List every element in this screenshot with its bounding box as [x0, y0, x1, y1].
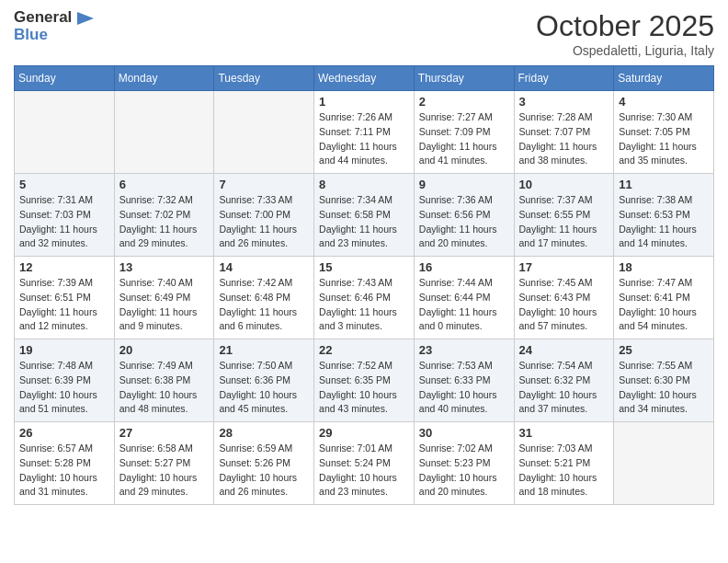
- calendar-table: SundayMondayTuesdayWednesdayThursdayFrid…: [14, 65, 714, 505]
- day-number: 1: [319, 95, 409, 109]
- calendar-day-cell: 17Sunrise: 7:45 AMSunset: 6:43 PMDayligh…: [514, 257, 614, 339]
- day-info: Sunrise: 7:50 AMSunset: 6:36 PMDaylight:…: [219, 359, 309, 417]
- day-info: Sunrise: 7:52 AMSunset: 6:35 PMDaylight:…: [319, 359, 409, 417]
- day-number: 8: [319, 178, 409, 191]
- calendar-day-cell: [15, 91, 115, 174]
- day-header-friday: Friday: [514, 66, 614, 91]
- logo-text: General Blue: [14, 9, 94, 43]
- calendar-day-cell: 26Sunrise: 6:57 AMSunset: 5:28 PMDayligh…: [15, 422, 115, 505]
- day-number: 29: [319, 426, 409, 440]
- day-header-thursday: Thursday: [414, 66, 514, 91]
- day-header-saturday: Saturday: [614, 66, 714, 91]
- page-header: General Blue October 2025 Ospedaletti, L…: [14, 9, 714, 58]
- title-area: October 2025 Ospedaletti, Liguria, Italy: [536, 9, 714, 58]
- day-info: Sunrise: 7:26 AMSunset: 7:11 PMDaylight:…: [319, 110, 409, 168]
- day-number: 13: [119, 260, 210, 274]
- calendar-day-cell: 22Sunrise: 7:52 AMSunset: 6:35 PMDayligh…: [314, 339, 415, 422]
- day-number: 22: [319, 343, 409, 357]
- day-info: Sunrise: 7:38 AMSunset: 6:53 PMDaylight:…: [619, 193, 709, 251]
- day-info: Sunrise: 7:53 AMSunset: 6:33 PMDaylight:…: [419, 359, 509, 417]
- day-info: Sunrise: 7:42 AMSunset: 6:48 PMDaylight:…: [219, 276, 309, 334]
- calendar-day-cell: 16Sunrise: 7:44 AMSunset: 6:44 PMDayligh…: [414, 257, 514, 339]
- day-number: 18: [619, 260, 709, 274]
- day-info: Sunrise: 7:45 AMSunset: 6:43 PMDaylight:…: [519, 276, 609, 334]
- day-info: Sunrise: 7:28 AMSunset: 7:07 PMDaylight:…: [519, 110, 609, 168]
- day-number: 16: [419, 260, 509, 274]
- calendar-day-cell: 23Sunrise: 7:53 AMSunset: 6:33 PMDayligh…: [414, 339, 514, 422]
- calendar-day-cell: [614, 422, 714, 505]
- day-number: 9: [419, 178, 509, 191]
- calendar-day-cell: [214, 91, 314, 174]
- calendar-day-cell: 8Sunrise: 7:34 AMSunset: 6:58 PMDaylight…: [314, 174, 415, 257]
- day-info: Sunrise: 7:33 AMSunset: 7:00 PMDaylight:…: [219, 193, 309, 251]
- calendar-day-cell: 5Sunrise: 7:31 AMSunset: 7:03 PMDaylight…: [15, 174, 115, 257]
- calendar-week-row: 1Sunrise: 7:26 AMSunset: 7:11 PMDaylight…: [15, 91, 714, 174]
- svg-marker-0: [77, 12, 94, 25]
- calendar-day-cell: 14Sunrise: 7:42 AMSunset: 6:48 PMDayligh…: [214, 257, 314, 339]
- day-number: 25: [619, 343, 709, 357]
- day-number: 5: [19, 178, 109, 191]
- day-info: Sunrise: 7:34 AMSunset: 6:58 PMDaylight:…: [319, 193, 409, 251]
- day-number: 4: [619, 95, 709, 109]
- day-info: Sunrise: 7:32 AMSunset: 7:02 PMDaylight:…: [119, 193, 210, 251]
- calendar-day-cell: 9Sunrise: 7:36 AMSunset: 6:56 PMDaylight…: [414, 174, 514, 257]
- calendar-week-row: 19Sunrise: 7:48 AMSunset: 6:39 PMDayligh…: [15, 339, 714, 422]
- day-number: 10: [519, 178, 609, 191]
- day-number: 24: [519, 343, 609, 357]
- day-number: 31: [519, 426, 609, 440]
- day-info: Sunrise: 7:39 AMSunset: 6:51 PMDaylight:…: [19, 276, 109, 334]
- calendar-day-cell: 11Sunrise: 7:38 AMSunset: 6:53 PMDayligh…: [614, 174, 714, 257]
- day-info: Sunrise: 7:37 AMSunset: 6:55 PMDaylight:…: [519, 193, 609, 251]
- day-info: Sunrise: 7:55 AMSunset: 6:30 PMDaylight:…: [619, 359, 709, 417]
- calendar-day-cell: [114, 91, 214, 174]
- calendar-day-cell: 28Sunrise: 6:59 AMSunset: 5:26 PMDayligh…: [214, 422, 314, 505]
- day-info: Sunrise: 7:27 AMSunset: 7:09 PMDaylight:…: [419, 110, 509, 168]
- calendar-day-cell: 19Sunrise: 7:48 AMSunset: 6:39 PMDayligh…: [15, 339, 115, 422]
- month-title: October 2025: [536, 9, 714, 43]
- day-info: Sunrise: 7:31 AMSunset: 7:03 PMDaylight:…: [19, 193, 109, 251]
- day-info: Sunrise: 7:43 AMSunset: 6:46 PMDaylight:…: [319, 276, 409, 334]
- day-number: 21: [219, 343, 309, 357]
- day-number: 6: [119, 178, 210, 191]
- location-title: Ospedaletti, Liguria, Italy: [536, 43, 714, 58]
- calendar-day-cell: 1Sunrise: 7:26 AMSunset: 7:11 PMDaylight…: [314, 91, 415, 174]
- day-info: Sunrise: 7:40 AMSunset: 6:49 PMDaylight:…: [119, 276, 210, 334]
- day-number: 30: [419, 426, 509, 440]
- calendar-day-cell: 27Sunrise: 6:58 AMSunset: 5:27 PMDayligh…: [114, 422, 214, 505]
- day-header-monday: Monday: [114, 66, 214, 91]
- day-number: 2: [419, 95, 509, 109]
- calendar-week-row: 5Sunrise: 7:31 AMSunset: 7:03 PMDaylight…: [15, 174, 714, 257]
- day-number: 20: [119, 343, 210, 357]
- calendar-day-cell: 15Sunrise: 7:43 AMSunset: 6:46 PMDayligh…: [314, 257, 415, 339]
- day-header-tuesday: Tuesday: [214, 66, 314, 91]
- logo-chevron-icon: [77, 12, 94, 25]
- calendar-week-row: 26Sunrise: 6:57 AMSunset: 5:28 PMDayligh…: [15, 422, 714, 505]
- day-number: 3: [519, 95, 609, 109]
- day-number: 12: [19, 260, 109, 274]
- calendar-day-cell: 20Sunrise: 7:49 AMSunset: 6:38 PMDayligh…: [114, 339, 214, 422]
- day-number: 27: [119, 426, 210, 440]
- calendar-header-row: SundayMondayTuesdayWednesdayThursdayFrid…: [15, 66, 714, 91]
- day-number: 15: [319, 260, 409, 274]
- calendar-week-row: 12Sunrise: 7:39 AMSunset: 6:51 PMDayligh…: [15, 257, 714, 339]
- day-info: Sunrise: 7:03 AMSunset: 5:21 PMDaylight:…: [519, 442, 609, 500]
- calendar-day-cell: 25Sunrise: 7:55 AMSunset: 6:30 PMDayligh…: [614, 339, 714, 422]
- day-header-wednesday: Wednesday: [314, 66, 415, 91]
- day-number: 14: [219, 260, 309, 274]
- day-number: 7: [219, 178, 309, 191]
- day-info: Sunrise: 7:48 AMSunset: 6:39 PMDaylight:…: [19, 359, 109, 417]
- calendar-day-cell: 12Sunrise: 7:39 AMSunset: 6:51 PMDayligh…: [15, 257, 115, 339]
- day-info: Sunrise: 7:36 AMSunset: 6:56 PMDaylight:…: [419, 193, 509, 251]
- calendar-day-cell: 18Sunrise: 7:47 AMSunset: 6:41 PMDayligh…: [614, 257, 714, 339]
- day-info: Sunrise: 7:01 AMSunset: 5:24 PMDaylight:…: [319, 442, 409, 500]
- calendar-day-cell: 3Sunrise: 7:28 AMSunset: 7:07 PMDaylight…: [514, 91, 614, 174]
- day-info: Sunrise: 7:30 AMSunset: 7:05 PMDaylight:…: [619, 110, 709, 168]
- day-number: 23: [419, 343, 509, 357]
- day-info: Sunrise: 7:02 AMSunset: 5:23 PMDaylight:…: [419, 442, 509, 500]
- day-number: 19: [19, 343, 109, 357]
- day-number: 11: [619, 178, 709, 191]
- day-info: Sunrise: 7:47 AMSunset: 6:41 PMDaylight:…: [619, 276, 709, 334]
- day-number: 17: [519, 260, 609, 274]
- day-info: Sunrise: 6:58 AMSunset: 5:27 PMDaylight:…: [119, 442, 210, 500]
- day-header-sunday: Sunday: [15, 66, 115, 91]
